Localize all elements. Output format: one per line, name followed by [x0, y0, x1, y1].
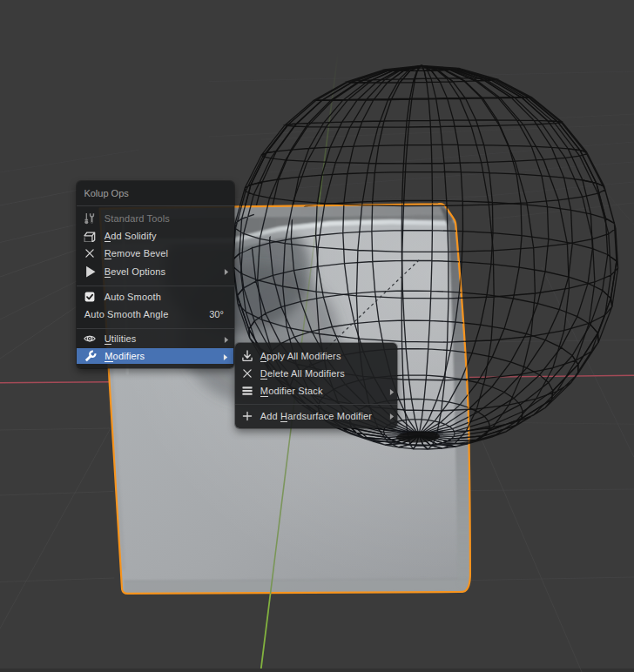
- menu-item-modifier-stack[interactable]: Modifier Stack: [235, 382, 397, 400]
- menu-separator: [77, 286, 234, 286]
- chevron-right-icon: [224, 335, 229, 343]
- menu-item-label: Auto Smooth Angle: [84, 307, 169, 321]
- plus-icon: [241, 410, 253, 422]
- checkbox-checked-icon: [84, 291, 96, 303]
- menu-item-add-hardsurface-modifier[interactable]: Add Hardsurface Modifier: [235, 407, 397, 425]
- stack-icon: [241, 385, 253, 397]
- menu-item-apply-all-modifiers[interactable]: Apply All Modifiers: [235, 347, 397, 365]
- modifiers-submenu: Apply All Modifiers Delete All Modifiers…: [235, 343, 397, 428]
- solidify-icon: [84, 230, 96, 242]
- menu-item-auto-smooth-angle[interactable]: Auto Smooth Angle30°: [77, 306, 234, 323]
- chevron-right-icon: [223, 353, 228, 360]
- menu-item-label: Auto Smooth: [105, 290, 161, 304]
- menu-item-modifiers[interactable]: Modifiers: [77, 348, 233, 364]
- context-menu-title: Kolup Ops: [84, 185, 128, 202]
- menu-item-delete-all-modifiers[interactable]: Delete All Modifiers: [235, 365, 397, 382]
- menu-item-label: Remove Bevel: [105, 246, 168, 260]
- chevron-right-icon: [389, 412, 395, 420]
- menu-item-value: 30°: [209, 307, 224, 321]
- menu-item-remove-bevel[interactable]: Remove Bevel: [77, 245, 234, 262]
- menu-item-utilities[interactable]: Utilities: [77, 330, 234, 347]
- tool-icon: [84, 212, 96, 225]
- menu-item-auto-smooth[interactable]: Auto Smooth: [77, 288, 234, 306]
- menu-item-label: Modifiers: [105, 349, 145, 363]
- import-icon: [241, 350, 253, 362]
- menu-item-label: Standard Tools: [105, 212, 170, 225]
- wrench-icon: [84, 350, 97, 362]
- menu-item-label: Apply All Modifiers: [260, 349, 341, 363]
- menu-item-standard-tools[interactable]: Standard Tools: [77, 210, 234, 227]
- context-menu: Kolup Ops Standard Tools Add Solidify Re…: [77, 181, 234, 368]
- menu-item-label: Utilities: [105, 332, 137, 346]
- menu-item-label: Add Hardsurface Modifier: [260, 409, 372, 423]
- menu-separator: [235, 404, 397, 405]
- menu-item-bevel-options[interactable]: Bevel Options: [77, 263, 234, 280]
- blender-viewport: Kolup Ops Standard Tools Add Solidify Re…: [0, 0, 634, 672]
- chevron-right-icon: [389, 387, 395, 395]
- x-icon: [241, 367, 253, 380]
- editor-border: [0, 669, 634, 672]
- eye-icon: [84, 333, 96, 345]
- menu-item-add-solidify[interactable]: Add Solidify: [77, 227, 234, 245]
- menu-item-label: Bevel Options: [105, 265, 165, 279]
- chevron-right-icon: [224, 267, 229, 275]
- menu-separator: [77, 205, 234, 206]
- x-icon: [84, 247, 96, 259]
- menu-item-label: Add Solidify: [105, 229, 157, 243]
- menu-item-label: Delete All Modifiers: [260, 366, 345, 380]
- menu-item-label: Modifier Stack: [260, 384, 323, 398]
- play-icon: [84, 265, 96, 278]
- menu-separator: [77, 328, 234, 329]
